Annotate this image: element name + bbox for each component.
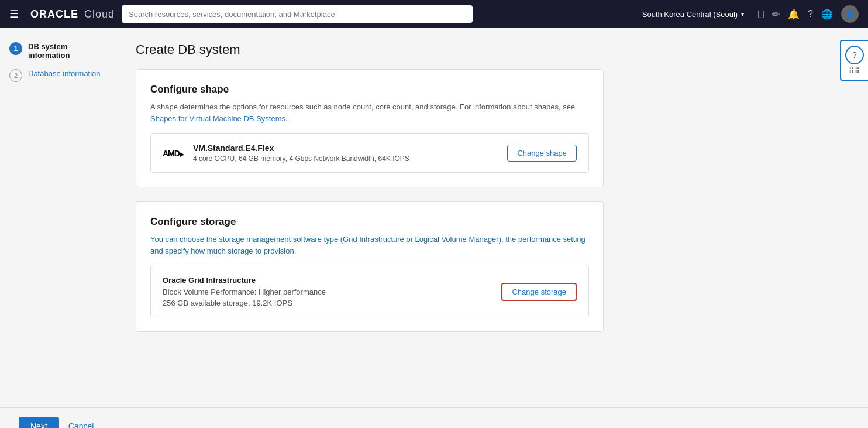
shape-info: AMD▶ VM.Standard.E4.Flex 4 core OCPU, 64…	[163, 143, 409, 163]
shape-config-box: AMD▶ VM.Standard.E4.Flex 4 core OCPU, 64…	[150, 133, 589, 173]
region-label: South Korea Central (Seoul)	[642, 10, 738, 19]
globe-icon[interactable]: 🌐	[821, 9, 833, 20]
sidebar-item-db-system-information: DB system information	[28, 42, 108, 60]
help-circle-icon[interactable]: ?	[845, 46, 864, 64]
sidebar-step-1: 1 DB system information	[9, 42, 108, 60]
storage-config-box: Oracle Grid Infrastructure Block Volume …	[150, 266, 589, 317]
oracle-logo: ORACLE Cloud	[30, 8, 115, 20]
configure-storage-title: Configure storage	[150, 216, 589, 228]
configure-shape-title: Configure shape	[150, 84, 589, 95]
main-content: Create DB system Configure shape A shape…	[117, 28, 868, 407]
bell-icon[interactable]: 🔔	[788, 9, 800, 20]
cancel-button[interactable]: Cancel	[68, 422, 94, 428]
change-storage-button[interactable]: Change storage	[501, 283, 577, 301]
sidebar-step-2[interactable]: 2 Database information	[9, 69, 108, 82]
shape-name: VM.Standard.E4.Flex	[193, 143, 409, 153]
configure-shape-description: A shape determines the options for resou…	[150, 101, 589, 124]
help-dots: ⠿⠿	[849, 67, 860, 75]
step-1-number: 1	[9, 42, 22, 55]
help-icon[interactable]: ?	[808, 9, 813, 19]
step-2-number: 2	[9, 69, 22, 82]
footer-actions: Next Cancel	[0, 407, 868, 428]
shapes-link[interactable]: Shapes for Virtual Machine DB Systems	[150, 114, 285, 123]
page-title: Create DB system	[136, 42, 849, 57]
storage-type: Oracle Grid Infrastructure	[163, 276, 326, 285]
change-shape-button[interactable]: Change shape	[507, 145, 577, 162]
next-button[interactable]: Next	[19, 417, 59, 428]
page-container: 1 DB system information 2 Database infor…	[0, 28, 868, 407]
terminal-icon[interactable]: ⎕	[758, 9, 764, 19]
configure-shape-section: Configure shape A shape determines the o…	[136, 69, 604, 187]
amd-logo: AMD▶	[163, 149, 184, 158]
user-avatar[interactable]: 👤	[841, 5, 859, 23]
sidebar-item-database-information[interactable]: Database information	[28, 69, 101, 78]
shape-specs: 4 core OCPU, 64 GB memory, 4 Gbps Networ…	[193, 155, 409, 163]
storage-size: 256 GB available storage, 19.2K IOPS	[163, 299, 326, 307]
storage-performance: Block Volume Performance: Higher perform…	[163, 287, 326, 296]
help-panel: ? ⠿⠿	[840, 40, 868, 81]
configure-storage-description: You can choose the storage management so…	[150, 234, 589, 256]
region-selector[interactable]: South Korea Central (Seoul) ▾	[642, 10, 744, 19]
hamburger-menu[interactable]: ☰	[9, 8, 19, 20]
top-navigation: ☰ ORACLE Cloud South Korea Central (Seou…	[0, 0, 868, 28]
search-input[interactable]	[122, 5, 473, 23]
nav-icons: ⎕ ✏ 🔔 ? 🌐 👤	[758, 5, 859, 23]
chevron-down-icon: ▾	[741, 11, 744, 18]
edit-icon[interactable]: ✏	[772, 9, 780, 20]
sidebar: 1 DB system information 2 Database infor…	[0, 28, 117, 407]
shape-details: VM.Standard.E4.Flex 4 core OCPU, 64 GB m…	[193, 143, 409, 163]
configure-storage-section: Configure storage You can choose the sto…	[136, 201, 604, 332]
storage-info: Oracle Grid Infrastructure Block Volume …	[163, 276, 326, 307]
